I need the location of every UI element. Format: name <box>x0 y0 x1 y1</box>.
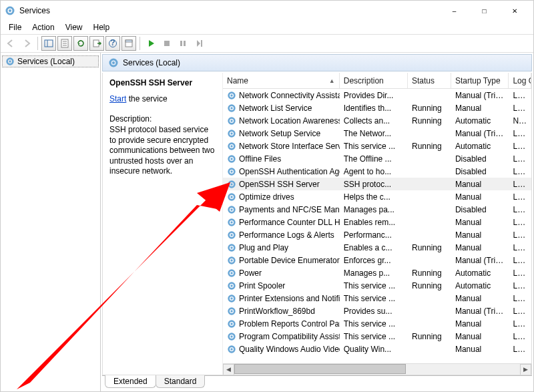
properties-button[interactable] <box>57 36 72 51</box>
cell-name: Network Store Interface Service <box>223 142 340 151</box>
service-row[interactable]: Plug and PlayEnables a c...RunningManual… <box>223 241 531 254</box>
menu-help[interactable]: Help <box>88 21 115 33</box>
start-service-button[interactable] <box>144 36 158 51</box>
cell-status: Running <box>408 268 451 278</box>
svg-point-26 <box>230 120 233 122</box>
svg-point-36 <box>230 183 233 186</box>
properties2-button[interactable] <box>121 36 136 51</box>
pause-service-button[interactable] <box>176 36 190 51</box>
toolbar-separator <box>37 37 38 50</box>
cell-description: Enforces gr... <box>340 256 408 265</box>
col-header-status[interactable]: Status <box>408 73 451 88</box>
cell-description: Manages pa... <box>340 205 408 214</box>
export-list-button[interactable] <box>89 36 104 51</box>
col-header-logon[interactable]: Log On As <box>509 73 531 88</box>
gear-icon <box>227 281 236 290</box>
stop-service-button[interactable] <box>160 36 174 51</box>
service-row[interactable]: Program Compatibility Assistant ServiceT… <box>223 330 531 343</box>
service-row[interactable]: Network Setup ServiceThe Networ...Manual… <box>223 127 531 140</box>
svg-point-62 <box>230 348 233 351</box>
cell-name: Print Spooler <box>223 281 340 290</box>
back-button[interactable] <box>3 36 18 51</box>
service-row[interactable]: Network Connectivity AssistantProvides D… <box>223 89 531 102</box>
menu-file[interactable]: File <box>3 21 27 33</box>
service-row[interactable]: Print SpoolerThis service ...RunningAuto… <box>223 279 531 292</box>
service-row[interactable]: PowerManages p...RunningAutomaticLocal S… <box>223 266 531 279</box>
gear-icon <box>227 205 236 214</box>
minimize-button[interactable]: – <box>439 1 469 21</box>
service-list-body[interactable]: Network Connectivity AssistantProvides D… <box>223 89 531 363</box>
cell-startup: Manual <box>451 230 509 240</box>
gear-icon <box>227 180 236 189</box>
menu-view[interactable]: View <box>60 21 88 33</box>
scroll-track[interactable] <box>234 364 520 375</box>
forward-button[interactable] <box>19 36 34 51</box>
col-header-startup[interactable]: Startup Type <box>451 73 509 88</box>
svg-point-18 <box>9 60 11 63</box>
service-row[interactable]: Network Location AwarenessCollects an...… <box>223 114 531 127</box>
cell-description: Collects an... <box>340 116 408 126</box>
cell-startup: Automatic <box>451 281 509 290</box>
service-row[interactable]: Performance Counter DLL HostEnables rem.… <box>223 216 531 228</box>
scroll-right-button[interactable]: ▶ <box>520 364 531 375</box>
gear-icon <box>227 192 236 202</box>
horizontal-scrollbar[interactable]: ◀ ▶ <box>223 363 531 375</box>
scroll-left-button[interactable]: ◀ <box>223 364 234 375</box>
svg-point-24 <box>230 107 233 110</box>
refresh-button[interactable] <box>73 36 88 51</box>
service-row[interactable]: Problem Reports Control Panel SupportThi… <box>223 317 531 330</box>
service-row[interactable]: Offline FilesThe Offline ...DisabledLoca… <box>223 152 531 165</box>
service-row[interactable]: Performance Logs & AlertsPerformanc...Ma… <box>223 228 531 241</box>
tab-extended[interactable]: Extended <box>105 375 156 388</box>
close-button[interactable]: ✕ <box>499 1 529 21</box>
gear-icon <box>227 116 236 126</box>
help-button[interactable]: ? <box>105 36 120 51</box>
col-header-name[interactable]: Name▲ <box>223 73 340 88</box>
svg-point-46 <box>230 246 233 249</box>
service-row[interactable]: Optimize drivesHelps the c...ManualLocal… <box>223 190 531 203</box>
gear-icon <box>227 218 236 227</box>
restart-service-button[interactable] <box>192 36 206 51</box>
start-service-link[interactable]: Start <box>109 94 126 104</box>
scroll-thumb[interactable] <box>234 364 406 374</box>
cell-startup: Disabled <box>451 167 509 176</box>
gear-icon <box>227 91 236 100</box>
cell-name: Portable Device Enumerator Service <box>223 256 340 265</box>
gear-icon <box>108 57 119 68</box>
cell-startup: Manual (Trig... <box>451 129 509 138</box>
service-row[interactable]: Network List ServiceIdentifies th...Runn… <box>223 102 531 114</box>
window-title: Services <box>19 6 439 15</box>
tree-root-services-local[interactable]: Services (Local) <box>2 55 99 67</box>
tab-standard[interactable]: Standard <box>156 375 206 388</box>
cell-status: Running <box>408 243 451 252</box>
gear-icon <box>227 230 236 240</box>
col-header-description[interactable]: Description <box>340 73 408 88</box>
service-row[interactable]: Printer Extensions and NotificationsThis… <box>223 292 531 305</box>
main-area: Services (Local) Services (Local) OpenSS… <box>1 53 533 391</box>
show-hide-tree-button[interactable] <box>41 36 56 51</box>
cell-description: The Offline ... <box>340 154 408 164</box>
svg-rect-16 <box>201 40 202 47</box>
service-row[interactable]: Network Store Interface ServiceThis serv… <box>223 140 531 152</box>
cell-name: Performance Counter DLL Host <box>223 218 340 227</box>
cell-name: PrintWorkflow_869bd <box>223 307 340 316</box>
service-row[interactable]: Payments and NFC/SE ManagerManages pa...… <box>223 203 531 216</box>
service-row[interactable]: OpenSSH SSH ServerSSH protoc...ManualLoc… <box>223 178 531 190</box>
cell-startup: Manual (Trig... <box>451 307 509 316</box>
cell-description: Agent to ho... <box>340 167 408 176</box>
gear-icon <box>227 104 236 113</box>
service-row[interactable]: Portable Device Enumerator ServiceEnforc… <box>223 254 531 266</box>
maximize-button[interactable]: □ <box>469 1 499 21</box>
service-row[interactable]: PrintWorkflow_869bdProvides su...Manual … <box>223 305 531 317</box>
cell-name: OpenSSH Authentication Agent <box>223 167 340 176</box>
svg-point-22 <box>230 94 233 97</box>
cell-startup: Manual <box>451 319 509 329</box>
cell-logon: Local Service <box>509 205 531 214</box>
menu-action[interactable]: Action <box>27 21 59 33</box>
cell-logon: Local Service <box>509 218 531 227</box>
gear-icon <box>227 345 236 354</box>
right-pane: Services (Local) OpenSSH SSH Server Star… <box>101 53 533 391</box>
svg-rect-14 <box>180 41 182 46</box>
service-row[interactable]: OpenSSH Authentication AgentAgent to ho.… <box>223 165 531 178</box>
service-row[interactable]: Quality Windows Audio Video ExperienceQu… <box>223 343 531 355</box>
